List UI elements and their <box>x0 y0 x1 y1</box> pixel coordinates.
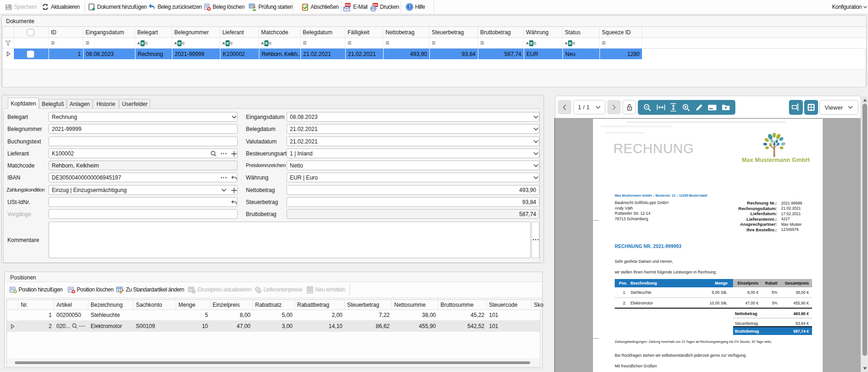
svg-text:?: ? <box>409 5 411 10</box>
svg-text:€: € <box>258 289 260 292</box>
svg-text:PDF: PDF <box>345 4 350 6</box>
